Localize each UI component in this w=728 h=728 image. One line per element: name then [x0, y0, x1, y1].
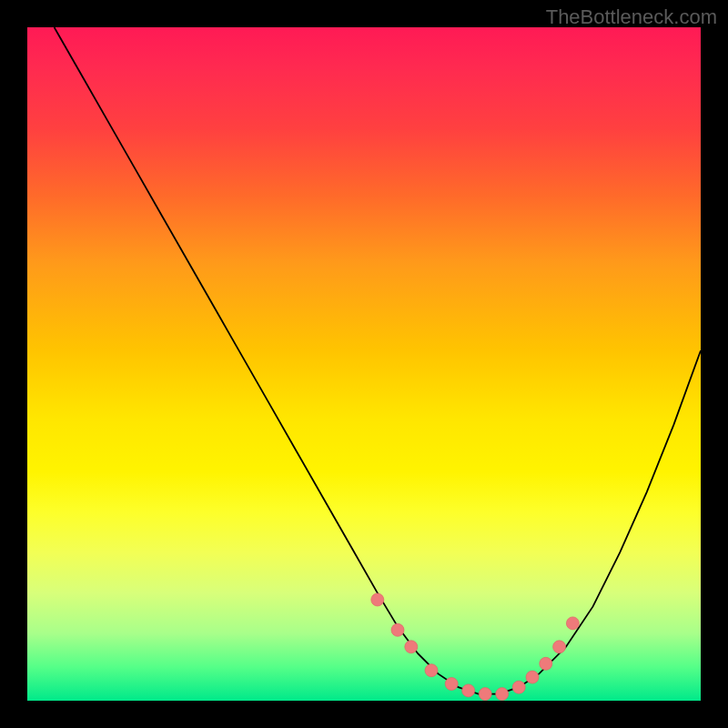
- chart-marker: [540, 657, 552, 670]
- chart-marker: [371, 593, 384, 606]
- chart-marker: [462, 684, 475, 697]
- chart-marker: [445, 678, 458, 691]
- chart-markers: [371, 593, 580, 701]
- watermark-text: TheBottleneck.com: [546, 5, 717, 29]
- chart-marker: [496, 688, 509, 701]
- chart-marker: [391, 623, 404, 636]
- chart-marker: [425, 664, 438, 677]
- chart-marker: [512, 681, 525, 693]
- chart-svg: [27, 27, 701, 701]
- chart-marker: [553, 641, 566, 653]
- chart-marker: [405, 641, 418, 653]
- chart-plot-area: [27, 27, 701, 701]
- chart-marker: [526, 671, 539, 683]
- chart-marker: [479, 688, 491, 701]
- chart-marker: [566, 617, 579, 630]
